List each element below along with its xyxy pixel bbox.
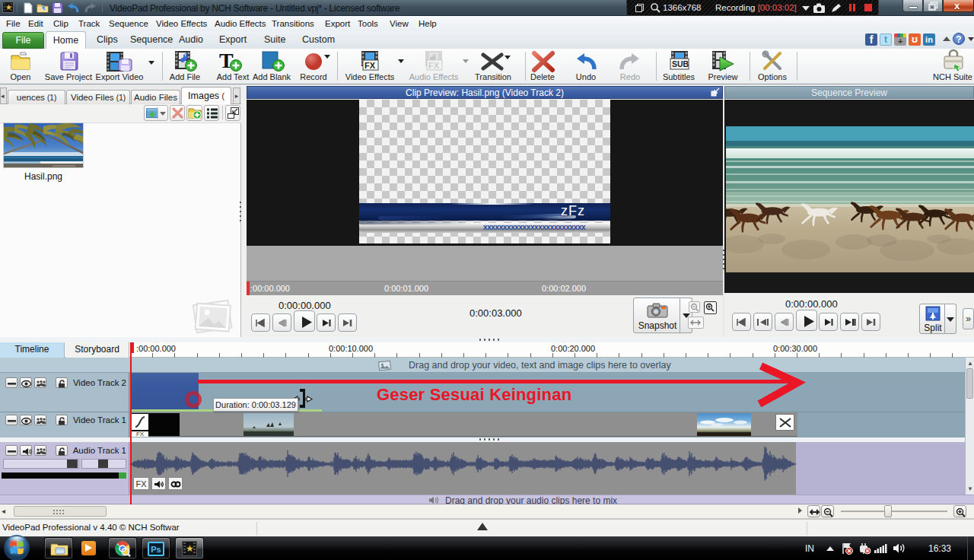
svg-text:FX: FX: [428, 61, 440, 70]
svg-text:SUB: SUB: [672, 59, 689, 68]
svg-text:FX: FX: [364, 61, 376, 70]
